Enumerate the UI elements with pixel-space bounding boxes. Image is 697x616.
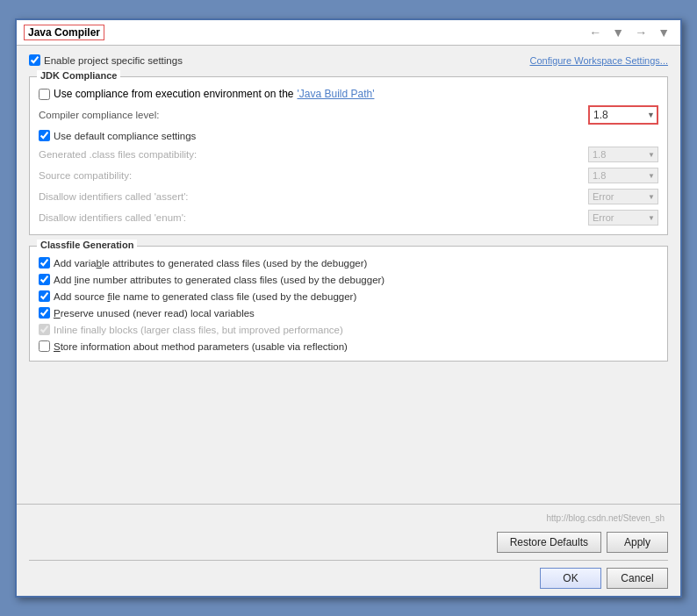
nav-dropdown-button[interactable]: ▼	[608, 24, 628, 41]
classfile-generation-title: Classfile Generation	[37, 240, 137, 250]
use-default-checkbox[interactable]	[39, 130, 50, 141]
classfile-checkbox-5[interactable]	[39, 340, 50, 352]
disallow-assert-select-wrap: Error Warning Ignore	[588, 189, 658, 204]
classfile-label-2: Add source file name to generated class …	[54, 291, 356, 302]
generated-compat-select-wrap: 1.8	[588, 147, 658, 162]
classfile-checkbox-1[interactable]	[39, 274, 50, 285]
watermark: http://blog.csdn.net/Steven_sh	[29, 512, 668, 525]
java-compiler-dialog: Java Compiler ← ▼ → ▼ Enable project spe…	[15, 18, 682, 598]
disallow-enum-select-wrap: Error Warning Ignore	[588, 210, 658, 226]
disallow-enum-row: Disallow identifiers called 'enum': Erro…	[39, 210, 658, 226]
classfile-generation-content: Add variable attributes to generated cla…	[39, 257, 658, 352]
title-bar-right: ← ▼ → ▼	[586, 24, 673, 41]
classfile-label-5: Store information about method parameter…	[54, 341, 348, 352]
use-default-label[interactable]: Use default compliance settings	[39, 130, 196, 141]
generated-compat-row: Generated .class files compatibility: 1.…	[39, 147, 658, 162]
classfile-checkbox-0[interactable]	[39, 257, 50, 269]
disallow-enum-select[interactable]: Error Warning Ignore	[588, 210, 658, 226]
java-build-path-link[interactable]: 'Java Build Path'	[297, 88, 374, 100]
source-compat-row: Source compatibility: 1.8	[39, 168, 658, 183]
bottom-area: http://blog.csdn.net/Steven_sh Restore D…	[17, 504, 680, 596]
use-compliance-label: Use compliance from execution environmen…	[54, 88, 293, 100]
bottom-buttons-top: Restore Defaults Apply	[29, 532, 668, 553]
classfile-item-1[interactable]: Add line number attributes to generated …	[39, 274, 658, 285]
disallow-assert-row: Disallow identifiers called 'assert': Er…	[39, 189, 658, 204]
classfile-label-1: Add line number attributes to generated …	[54, 275, 384, 285]
enable-project-row: Enable project specific settings Configu…	[29, 54, 668, 66]
compiler-compliance-select[interactable]: 1.4 1.5 1.6 1.7 1.8 9 10 11	[588, 105, 658, 125]
ok-button[interactable]: OK	[540, 568, 601, 589]
use-compliance-row: Use compliance from execution environmen…	[39, 88, 658, 100]
configure-workspace-link[interactable]: Configure Workspace Settings...	[529, 55, 668, 66]
classfile-checkbox-4	[39, 324, 50, 335]
apply-button[interactable]: Apply	[607, 532, 668, 553]
classfile-item-5[interactable]: Store information about method parameter…	[39, 340, 658, 352]
jdk-compliance-group: JDK Compliance Use compliance from execu…	[29, 76, 668, 235]
classfile-checkbox-3[interactable]	[39, 307, 50, 319]
classfile-label-4: Inline finally blocks (larger class file…	[54, 325, 343, 335]
generated-compat-label: Generated .class files compatibility:	[39, 149, 585, 160]
compiler-compliance-select-wrap: 1.4 1.5 1.6 1.7 1.8 9 10 11	[588, 105, 658, 125]
bottom-buttons-bottom: OK Cancel	[29, 560, 668, 589]
classfile-label-3: Preserve unused (never read) local varia…	[54, 308, 255, 319]
classfile-item-3[interactable]: Preserve unused (never read) local varia…	[39, 307, 658, 319]
use-compliance-checkbox[interactable]	[39, 89, 50, 100]
classfile-generation-group: Classfile Generation Add variable attrib…	[29, 246, 668, 362]
cancel-button[interactable]: Cancel	[607, 568, 668, 589]
source-compat-label: Source compatibility:	[39, 170, 585, 181]
disallow-enum-label: Disallow identifiers called 'enum':	[39, 212, 585, 223]
jdk-compliance-title: JDK Compliance	[37, 70, 120, 81]
generated-compat-select[interactable]: 1.8	[588, 147, 658, 162]
enable-project-checkbox-label[interactable]: Enable project specific settings	[29, 54, 183, 66]
use-default-text: Use default compliance settings	[54, 131, 196, 141]
nav-dropdown2-button[interactable]: ▼	[654, 24, 673, 41]
compiler-compliance-label: Compiler compliance level:	[39, 110, 585, 120]
title-bar-left: Java Compiler	[24, 25, 104, 40]
jdk-compliance-content: Use compliance from execution environmen…	[39, 88, 658, 226]
title-bar: Java Compiler ← ▼ → ▼	[17, 20, 680, 46]
source-compat-select[interactable]: 1.8	[588, 168, 658, 183]
classfile-item-2[interactable]: Add source file name to generated class …	[39, 290, 658, 302]
restore-defaults-button[interactable]: Restore Defaults	[497, 532, 601, 553]
classfile-label-0: Add variable attributes to generated cla…	[54, 258, 367, 269]
disallow-assert-label: Disallow identifiers called 'assert':	[39, 191, 585, 202]
enable-project-checkbox[interactable]	[29, 54, 40, 66]
enable-project-label: Enable project specific settings	[44, 55, 183, 66]
source-compat-select-wrap: 1.8	[588, 168, 658, 183]
nav-back-button[interactable]: ←	[586, 24, 605, 41]
classfile-item-4: Inline finally blocks (larger class file…	[39, 324, 658, 335]
compiler-compliance-row: Compiler compliance level: 1.4 1.5 1.6 1…	[39, 105, 658, 125]
disallow-assert-select[interactable]: Error Warning Ignore	[588, 189, 658, 204]
classfile-item-0[interactable]: Add variable attributes to generated cla…	[39, 257, 658, 269]
classfile-checkbox-2[interactable]	[39, 290, 50, 302]
nav-forward-button[interactable]: →	[631, 24, 650, 41]
main-panel: Enable project specific settings Configu…	[17, 46, 680, 504]
use-default-row: Use default compliance settings	[39, 130, 658, 141]
dialog-title: Java Compiler	[24, 25, 104, 40]
